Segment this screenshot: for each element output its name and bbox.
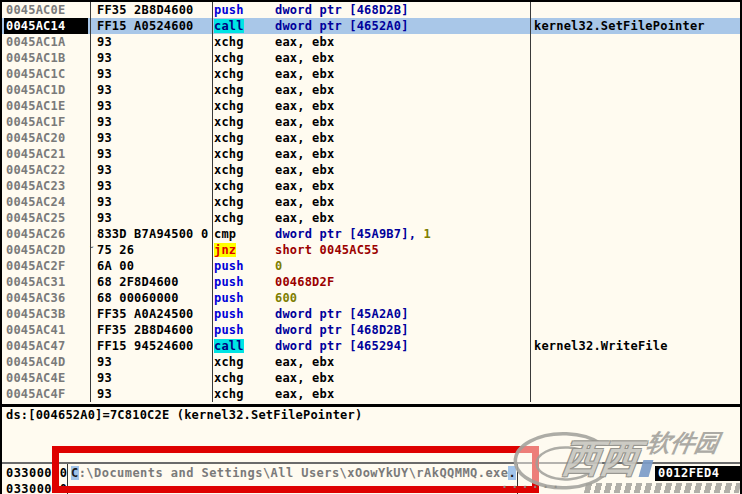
- operand-cell: eax, ebx: [275, 162, 528, 178]
- mnemonic-cell: call: [214, 18, 244, 34]
- disassembly-panel: 0045AC0EFF35 2B8D4600pushdword ptr [468D…: [2, 2, 742, 402]
- address-cell: 0045AC2F: [4, 258, 90, 274]
- operand-cell: eax, ebx: [275, 98, 528, 114]
- operand-cell: dword ptr [468D2B]: [275, 322, 528, 338]
- disasm-row[interactable]: 0045AC3168 2F8D4600push00468D2F: [2, 274, 742, 290]
- operand-cell: eax, ebx: [275, 130, 528, 146]
- operand-cell: dword ptr [468D2B]: [275, 2, 528, 18]
- mnemonic-cell: xchg: [214, 114, 244, 130]
- disasm-row[interactable]: 0045AC0EFF35 2B8D4600pushdword ptr [468D…: [2, 2, 742, 18]
- disasm-row[interactable]: 0045AC2493xchgeax, ebx: [2, 194, 742, 210]
- disasm-row[interactable]: 0045AC2293xchgeax, ebx: [2, 162, 742, 178]
- disasm-row[interactable]: 0045AC26833D B7A94500 0cmpdword ptr [45A…: [2, 226, 742, 242]
- mnemonic-cell: push: [214, 306, 244, 322]
- mnemonic-cell: xchg: [214, 146, 244, 162]
- disasm-row[interactable]: 0045AC4F93xchgeax, ebx: [2, 386, 742, 402]
- address-cell: 0045AC1B: [4, 50, 90, 66]
- address-cell: 0045AC4D: [4, 354, 90, 370]
- operand-cell: eax, ebx: [275, 194, 528, 210]
- mnemonic-cell: jnz: [214, 242, 236, 258]
- address-cell: 0045AC1A: [4, 34, 90, 50]
- hex-bytes-cell: 93: [97, 114, 209, 130]
- disasm-row[interactable]: 0045AC14FF15 A0524600calldword ptr [4652…: [2, 18, 742, 34]
- mnemonic-cell: push: [214, 2, 244, 18]
- stack-esp-address[interactable]: 0012FED4: [655, 466, 742, 481]
- column-separator-disasm[interactable]: [530, 2, 531, 402]
- info-pane-text: ds:[004652A0]=7C810C2E (kernel32.SetFile…: [6, 407, 362, 423]
- operand-cell: eax, ebx: [275, 146, 528, 162]
- hex-bytes-cell: 93: [97, 370, 209, 386]
- mnemonic-cell: xchg: [214, 162, 244, 178]
- hex-bytes-cell: 93: [97, 50, 209, 66]
- hex-bytes-cell: 6A 00: [97, 258, 209, 274]
- mnemonic-cell: xchg: [214, 354, 244, 370]
- operand-cell: eax, ebx: [275, 354, 528, 370]
- mnemonic-cell: xchg: [214, 386, 244, 402]
- address-cell: 0045AC36: [4, 290, 90, 306]
- disasm-row[interactable]: 0045AC4D93xchgeax, ebx: [2, 354, 742, 370]
- address-cell: 0045AC1E: [4, 98, 90, 114]
- disasm-row[interactable]: 0045AC1E93xchgeax, ebx: [2, 98, 742, 114]
- hex-bytes-cell: 68 2F8D4600: [97, 274, 209, 290]
- mnemonic-cell: xchg: [214, 50, 244, 66]
- disasm-row[interactable]: 0045AC1B93xchgeax, ebx: [2, 50, 742, 66]
- operand-cell: dword ptr [465294]: [275, 338, 528, 354]
- disasm-row[interactable]: 0045AC1C93xchgeax, ebx: [2, 66, 742, 82]
- mnemonic-cell: xchg: [214, 194, 244, 210]
- address-cell: 0045AC25: [4, 210, 90, 226]
- disasm-row[interactable]: 0045AC41FF35 2B8D4600pushdword ptr [468D…: [2, 322, 742, 338]
- address-cell: 0045AC21: [4, 146, 90, 162]
- operand-cell: eax, ebx: [275, 210, 528, 226]
- disasm-row[interactable]: 0045AC4E93xchgeax, ebx: [2, 370, 742, 386]
- operand-cell: 0: [275, 258, 528, 274]
- disasm-row[interactable]: 0045AC47FF15 94524600calldword ptr [4652…: [2, 338, 742, 354]
- operand-cell: 00468D2F: [275, 274, 528, 290]
- hex-bytes-cell: 93: [97, 98, 209, 114]
- address-cell: 0045AC20: [4, 130, 90, 146]
- hex-bytes-cell: 93: [97, 146, 209, 162]
- column-separator-bytes[interactable]: [212, 2, 213, 402]
- mnemonic-cell: cmp: [214, 226, 236, 242]
- column-separator-address[interactable]: [90, 2, 91, 402]
- disasm-row[interactable]: 0045AC2593xchgeax, ebx: [2, 210, 742, 226]
- hex-bytes-cell: FF15 A0524600: [97, 18, 209, 34]
- disasm-row[interactable]: 0045AC2Dˇ75 26jnzshort 0045AC55: [2, 242, 742, 258]
- operand-cell: dword ptr [45A2A0]: [275, 306, 528, 322]
- red-highlight-rectangle: [52, 446, 539, 493]
- mnemonic-cell: push: [214, 274, 244, 290]
- address-cell: 0045AC1C: [4, 66, 90, 82]
- address-cell: 0045AC3B: [4, 306, 90, 322]
- hex-bytes-cell: 93: [97, 210, 209, 226]
- mnemonic-cell: push: [214, 290, 244, 306]
- hex-bytes-cell: 93: [97, 82, 209, 98]
- hex-bytes-cell: FF35 2B8D4600: [97, 322, 209, 338]
- disasm-row[interactable]: 0045AC2393xchgeax, ebx: [2, 178, 742, 194]
- hex-bytes-cell: FF15 94524600: [97, 338, 209, 354]
- address-cell: 0045AC31: [4, 274, 90, 290]
- hex-bytes-cell: 68 00060000: [97, 290, 209, 306]
- disasm-row[interactable]: 0045AC3BFF35 A0A24500pushdword ptr [45A2…: [2, 306, 742, 322]
- disasm-row[interactable]: 0045AC1F93xchgeax, ebx: [2, 114, 742, 130]
- address-cell: 0045AC26: [4, 226, 90, 242]
- hex-bytes-cell: 93: [97, 354, 209, 370]
- disasm-row[interactable]: 0045AC1D93xchgeax, ebx: [2, 82, 742, 98]
- disasm-row[interactable]: 0045AC3668 00060000push600: [2, 290, 742, 306]
- address-cell: 0045AC47: [4, 338, 90, 354]
- hex-bytes-cell: 93: [97, 130, 209, 146]
- operand-cell: dword ptr [45A9B7], 1: [275, 226, 528, 242]
- comment-cell: kernel32.SetFilePointer: [534, 18, 705, 34]
- disasm-row[interactable]: 0045AC2193xchgeax, ebx: [2, 146, 742, 162]
- watermark-text-suffix: 软件园: [645, 430, 722, 456]
- mnemonic-cell: xchg: [214, 370, 244, 386]
- disasm-row[interactable]: 0045AC2093xchgeax, ebx: [2, 130, 742, 146]
- disasm-row[interactable]: 0045AC2F6A 00push0: [2, 258, 742, 274]
- mnemonic-cell: call: [214, 338, 244, 354]
- hex-bytes-cell: 93: [97, 386, 209, 402]
- hex-bytes-cell: FF35 2B8D4600: [97, 2, 209, 18]
- disassembly-rows: 0045AC0EFF35 2B8D4600pushdword ptr [468D…: [2, 2, 742, 402]
- mnemonic-cell: push: [214, 322, 244, 338]
- operand-cell: short 0045AC55: [275, 242, 528, 258]
- address-cell: 0045AC24: [4, 194, 90, 210]
- disasm-row[interactable]: 0045AC1A93xchgeax, ebx: [2, 34, 742, 50]
- hex-bytes-cell: 833D B7A94500 0: [97, 226, 209, 242]
